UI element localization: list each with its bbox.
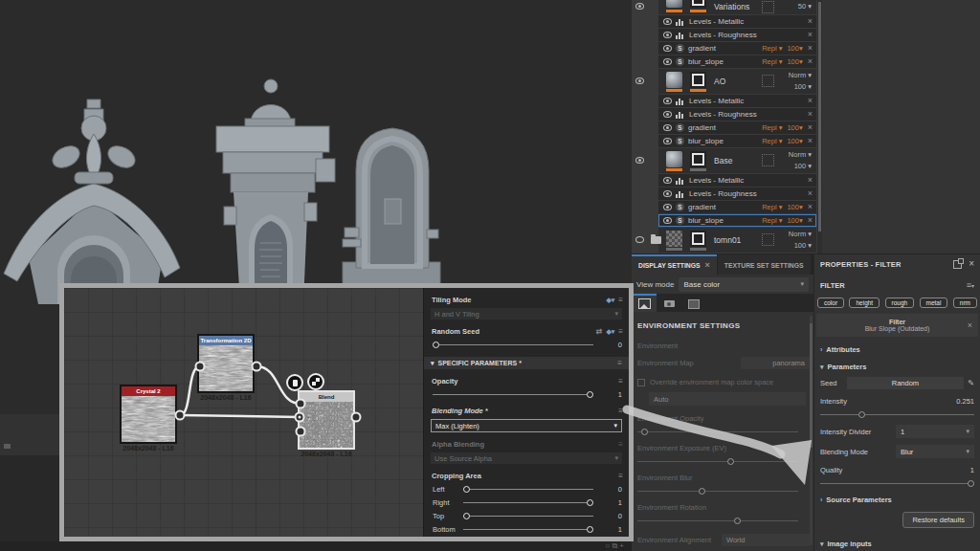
mask-thumbnail[interactable] (690, 151, 706, 167)
slider-knob[interactable] (587, 526, 593, 533)
env-slider[interactable] (637, 488, 798, 495)
float-panel-icon[interactable] (953, 260, 962, 269)
parameters-section[interactable]: ▾ Parameters (814, 363, 980, 371)
node-graph[interactable]: Crystal 2 2048x2048 - L16 Transformation… (64, 288, 423, 537)
close-tab-icon[interactable]: × (705, 261, 710, 270)
mask-placeholder-icon[interactable] (762, 75, 774, 87)
blend-mode-value[interactable]: Norm ▾ (789, 150, 812, 159)
visibility-eye-icon[interactable] (663, 124, 672, 131)
opacity-value[interactable]: 50 ▾ (798, 2, 812, 11)
visibility-eye-icon[interactable] (663, 58, 672, 65)
layer-thumbnail[interactable] (666, 151, 682, 167)
alignment-select[interactable]: World (722, 534, 810, 546)
specific-parameters-header[interactable]: ▾SPECIFIC PARAMETERS * ≡ (424, 357, 629, 369)
layer-effect-row[interactable]: SgradientRepl ▾100▾× (658, 42, 816, 55)
menu-icon[interactable]: ≡ (618, 408, 623, 415)
environment-subtab[interactable] (632, 294, 657, 312)
camera-subtab[interactable] (657, 294, 681, 312)
env-slider[interactable] (637, 518, 798, 524)
mask-thumbnail[interactable] (690, 72, 706, 88)
slider-knob[interactable] (727, 458, 734, 465)
layer-group-row[interactable]: Variations50 ▾ (658, 0, 816, 14)
remove-effect-icon[interactable]: × (808, 216, 813, 225)
restore-defaults-button[interactable]: Restore defaults (902, 512, 974, 528)
tiling-mode-select[interactable]: H and V Tiling ▾ (431, 308, 622, 320)
viewport-subtab[interactable] (681, 294, 706, 312)
env-slider[interactable] (637, 429, 798, 435)
effect-blend-mode[interactable]: Repl ▾ (762, 44, 782, 53)
effect-opacity[interactable]: 100▾ (787, 44, 802, 53)
channel-badge-height[interactable]: height (849, 298, 880, 308)
source-parameters-section[interactable]: › Source Parameters (814, 496, 980, 504)
menu-icon[interactable]: ≡ (618, 473, 623, 480)
effect-blend-mode[interactable]: Repl ▾ (762, 123, 782, 132)
channel-badge-nrm[interactable]: nrm (953, 298, 977, 308)
visibility-eye-icon[interactable] (635, 3, 644, 10)
remove-effect-icon[interactable]: × (808, 57, 813, 66)
opacity-value[interactable]: 100 ▾ (794, 82, 812, 91)
effect-blend-mode[interactable]: Repl ▾ (762, 137, 782, 145)
effect-opacity[interactable]: 100▾ (787, 203, 802, 211)
opacity-value[interactable]: 100 ▾ (794, 162, 812, 170)
effect-opacity[interactable]: 100▾ (787, 57, 802, 66)
layer-effect-row[interactable]: Sblur_slopeRepl ▾100▾× (658, 55, 816, 68)
visibility-eye-icon[interactable] (663, 18, 672, 25)
remove-effect-icon[interactable]: × (808, 31, 813, 39)
visibility-eye-icon[interactable] (663, 32, 672, 38)
effect-blend-mode[interactable]: Repl ▾ (762, 216, 782, 225)
visibility-eye-icon[interactable] (663, 204, 672, 210)
visibility-eye-icon[interactable] (663, 45, 672, 52)
menu-icon[interactable]: ≡ (617, 360, 622, 367)
visibility-eye-icon[interactable] (635, 77, 644, 84)
effect-opacity[interactable]: 100▾ (787, 123, 802, 132)
slider-knob[interactable] (463, 513, 470, 519)
seed-field[interactable]: Random (847, 377, 965, 389)
channel-badge-metal[interactable]: metal (920, 298, 948, 308)
edit-pencil-icon[interactable]: ✎ (968, 379, 974, 387)
remove-effect-icon[interactable]: × (808, 203, 813, 211)
menu-icon[interactable]: ≡ (618, 378, 623, 386)
remove-effect-icon[interactable]: × (808, 17, 813, 26)
tab-texture-set-settings[interactable]: TEXTURE SET SETTINGS (718, 254, 811, 275)
layer-effect-row[interactable]: Sblur_slopeRepl ▾100▾× (658, 135, 816, 147)
inheritance-icon[interactable]: ◆▾ (606, 297, 614, 304)
environment-map-field[interactable]: panorama (741, 357, 810, 369)
remove-effect-icon[interactable]: × (808, 97, 813, 105)
visibility-eye-icon[interactable] (635, 236, 644, 243)
effect-blend-mode[interactable]: Repl ▾ (762, 203, 782, 211)
bottom-bar-icons[interactable]: ○ ⧉ + (605, 541, 624, 550)
layer-effect-row[interactable]: SgradientRepl ▾100▾× (658, 121, 816, 134)
mask-placeholder-icon[interactable] (762, 233, 774, 246)
slider-knob[interactable] (463, 486, 470, 493)
layer-group-row[interactable]: AONorm ▾100 ▾ (658, 69, 816, 94)
menu-icon[interactable]: ≡ (618, 328, 623, 336)
visibility-eye-icon[interactable] (663, 190, 672, 197)
blend-mode-value[interactable]: Norm ▾ (789, 230, 812, 238)
colorspace-select[interactable]: Auto (649, 392, 806, 406)
channel-badge-color[interactable]: color (817, 298, 844, 308)
effect-blend-mode[interactable]: Repl ▾ (762, 57, 782, 66)
mask-placeholder-icon[interactable] (762, 1, 774, 13)
shuffle-icon[interactable]: ⇄ (596, 328, 603, 336)
visibility-eye-icon[interactable] (663, 217, 672, 224)
crop-slider[interactable] (463, 486, 593, 493)
layer-thumbnail[interactable] (666, 231, 682, 247)
blending-mode-select[interactable]: Blur ▾ (896, 445, 974, 458)
menu-icon[interactable]: ≡ (618, 297, 623, 304)
crop-slider[interactable] (463, 526, 593, 533)
mask-placeholder-icon[interactable] (762, 154, 774, 166)
quality-slider[interactable] (820, 480, 974, 487)
alpha-blending-select[interactable]: Use Source Alpha ▾ (431, 452, 622, 464)
layer-group-row[interactable]: BaseNorm ▾100 ▾ (658, 148, 816, 173)
attributes-section[interactable]: › Attributes (814, 345, 980, 354)
layer-effect-row[interactable]: Levels - Roughness× (658, 108, 816, 121)
image-inputs-section[interactable]: ▾ Image inputs (814, 540, 980, 548)
layer-effect-row[interactable]: Levels - Roughness× (658, 187, 816, 200)
remove-effect-icon[interactable]: × (808, 44, 813, 53)
channel-badge-rough[interactable]: rough (885, 298, 915, 308)
blending-mode-select[interactable]: Max (Lighten) ▾ (431, 419, 622, 432)
opacity-value[interactable]: 100 ▾ (794, 241, 812, 250)
mask-thumbnail[interactable] (690, 231, 706, 247)
filter-card[interactable]: Filter Blur Slope (Outdated) × (816, 314, 978, 337)
layer-effect-row[interactable]: Levels - Roughness× (658, 29, 816, 41)
